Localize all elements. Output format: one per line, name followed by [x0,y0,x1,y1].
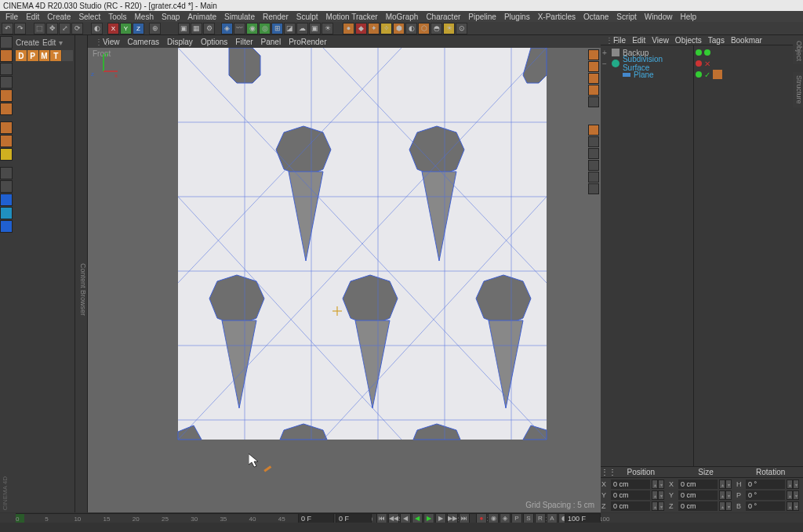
stepper-down[interactable]: ▾ [725,490,732,500]
coord-system-button[interactable]: ⊕ [149,23,161,34]
xp-8-button[interactable]: ◓ [431,23,442,34]
stepper-up[interactable]: ▴ [652,480,658,489]
pos-z-field[interactable]: 0 cm [611,501,650,511]
visibility-editor-dot[interactable] [696,49,702,56]
menu-tools[interactable]: Tools [104,13,130,21]
menu-sculpt[interactable]: Sculpt [292,13,322,21]
vp-menu-panel[interactable]: Panel [257,38,285,46]
stepper-down[interactable]: ▾ [658,490,664,500]
size-x-field[interactable]: 0 cm [678,480,718,489]
stepper-down[interactable]: ▾ [793,501,799,511]
tags-row-subdiv[interactable]: ✕ [696,58,801,69]
menu-edit[interactable]: Edit [22,13,43,21]
blank-button[interactable] [62,50,73,61]
primitive-cube-button[interactable]: ◈ [221,23,233,34]
xp-4-button[interactable]: ✧ [380,23,392,34]
enable-axis-button[interactable] [0,167,13,179]
size-z-field[interactable]: 0 cm [678,501,718,511]
xp-9-button[interactable]: ☀ [443,23,455,34]
tab-size[interactable]: Size [674,467,739,477]
stepper-up[interactable]: ▴ [719,501,725,511]
vp-tool-2[interactable] [588,136,599,147]
polygon-mode-button[interactable] [0,148,13,161]
select-tool-button[interactable]: ⬚ [34,23,45,34]
pos-x-field[interactable]: 0 cm [611,480,650,489]
object-side-tab[interactable]: Object [793,38,803,64]
object-tree-hierarchy[interactable]: + Backup − Subdivision Surface Plane [601,45,693,466]
stepper-down[interactable]: ▾ [658,501,664,511]
menu-render[interactable]: Render [259,13,292,21]
viewport-canvas[interactable]: y z x Grid Spacing : 5 cm [88,48,601,512]
vp-nav-2[interactable] [588,61,599,72]
array-button[interactable]: ⊞ [271,23,283,34]
spline-button[interactable]: 〰 [234,23,245,34]
obj-menu-view[interactable]: View [649,36,672,45]
stepper-down[interactable]: ▾ [658,480,664,489]
vp-menu-display[interactable]: Display [163,38,197,46]
menu-mograph[interactable]: MoGraph [382,13,423,21]
coord-grip-icon[interactable]: ⋮⋮ [601,467,609,477]
camera-button[interactable]: ▣ [309,23,321,34]
menu-help[interactable]: Help [676,13,700,21]
stepper-up[interactable]: ▴ [787,480,793,489]
t-button[interactable]: T [50,50,61,61]
generator-button[interactable]: ◉ [246,23,258,34]
stepper-down[interactable]: ▾ [793,490,799,500]
menu-simulate[interactable]: Simulate [220,13,259,21]
obj-menu-edit[interactable]: Edit [629,36,649,45]
rot-p-field[interactable]: 0 ° [746,490,785,500]
render-view-button[interactable]: ▣ [178,23,190,34]
structure-side-tab[interactable]: Structure [793,72,803,107]
vp-tool-4[interactable] [588,160,599,171]
vp-menu-cameras[interactable]: Cameras [124,38,164,46]
visibility-editor-dot[interactable] [696,60,702,67]
workplane-button[interactable] [0,76,13,89]
xp-1-button[interactable]: ● [343,23,354,34]
stepper-down[interactable]: ▾ [725,480,732,489]
tab-rotation[interactable]: Rotation [738,467,803,477]
viewport[interactable]: ⋮⋮ View Cameras Display Options Filter P… [88,35,601,512]
rot-b-field[interactable]: 0 ° [746,501,785,511]
viewport-solo-button[interactable] [0,194,13,206]
vp-tool-3[interactable] [588,148,599,159]
undo-button[interactable]: ↶ [2,23,13,34]
axis-z-button[interactable]: Z [133,23,144,34]
deformer-button[interactable]: ◪ [284,23,296,34]
xp-10-button[interactable]: ⊙ [456,23,467,34]
stepper-up[interactable]: ▴ [719,480,725,489]
expand-icon[interactable]: + [602,49,609,57]
menu-pipeline[interactable]: Pipeline [464,13,500,21]
menu-motion-tracker[interactable]: Motion Tracker [322,13,382,21]
redo-button[interactable]: ↷ [14,23,26,34]
point-mode-button[interactable] [0,121,13,134]
vp-menu-prorender[interactable]: ProRender [285,38,330,46]
axis-y-button[interactable]: Y [120,23,132,34]
axis-x-button[interactable]: X [107,23,119,34]
stepper-up[interactable]: ▴ [787,501,793,511]
vp-menu-options[interactable]: Options [197,38,231,46]
obj-menu-objects[interactable]: Objects [672,36,705,45]
menu-animate[interactable]: Animate [183,13,220,21]
p-button[interactable]: P [27,50,38,61]
obj-menu-tags[interactable]: Tags [705,36,728,45]
d-button[interactable]: D [16,50,27,61]
create-tab[interactable]: Create [16,38,39,47]
vp-tool-1[interactable] [588,125,599,136]
tags-row-plane[interactable]: ✓ [696,69,801,80]
recent-tool-button[interactable]: ◐ [91,23,103,34]
move-tool-button[interactable]: ✥ [46,23,58,34]
stepper-down[interactable]: ▾ [725,501,732,511]
phong-tag-icon[interactable] [713,70,722,79]
menu-file[interactable]: File [2,13,22,21]
vp-tool-6[interactable] [588,183,599,194]
xp-5-button[interactable]: ⬢ [393,23,405,34]
visibility-editor-dot[interactable] [696,71,702,78]
rot-h-field[interactable]: 0 ° [746,480,785,489]
render-settings-button[interactable]: ⚙ [203,23,215,34]
render-pv-button[interactable]: ▦ [191,23,202,34]
planar-workplane-button[interactable] [0,220,13,233]
enable-checkbox[interactable]: ✓ [704,71,710,79]
stepper-up[interactable]: ▴ [787,490,793,500]
menu-xparticles[interactable]: X-Particles [534,13,580,21]
vp-menu-filter[interactable]: Filter [231,38,256,46]
